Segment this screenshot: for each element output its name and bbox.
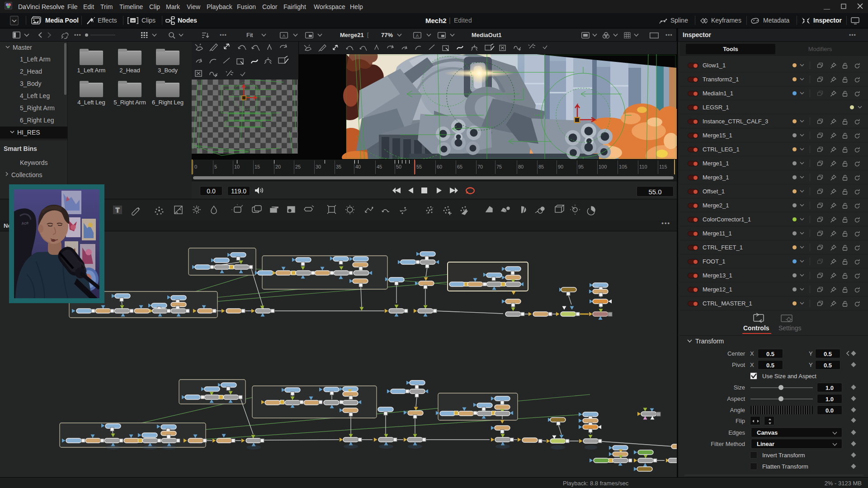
svg-text:A: A [416,33,419,38]
svg-text:A: A [283,33,285,38]
svg-text:T: T [116,206,120,214]
